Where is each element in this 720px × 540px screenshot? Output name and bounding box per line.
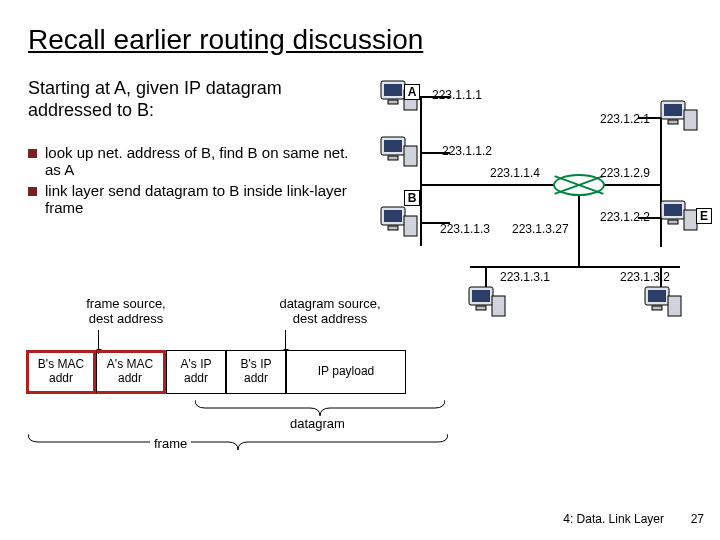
ip-label: 223.1.1.2 — [442, 144, 492, 158]
lead-text: Starting at A, given IP datagram address… — [28, 78, 338, 121]
router-icon — [553, 174, 605, 196]
svg-rect-14 — [668, 120, 678, 124]
pc-icon — [660, 200, 698, 232]
wire — [470, 266, 680, 268]
pc-icon — [644, 286, 682, 318]
pc-icon — [380, 136, 418, 168]
svg-rect-1 — [384, 84, 402, 96]
ip-label: 223.1.2.9 — [600, 166, 650, 180]
label-frame: frame — [150, 436, 191, 451]
footer-page-number: 27 — [691, 512, 704, 526]
svg-rect-11 — [404, 216, 417, 236]
footer-chapter: 4: Data. Link Layer — [563, 512, 664, 526]
ip-label: 223.1.2.1 — [600, 112, 650, 126]
svg-rect-18 — [668, 220, 678, 224]
pc-icon — [468, 286, 506, 318]
svg-rect-13 — [664, 104, 682, 116]
bullet-text: link layer send datagram to B inside lin… — [45, 182, 358, 216]
ip-label: 223.1.3.27 — [512, 222, 569, 236]
svg-rect-9 — [384, 210, 402, 222]
bullet-list: look up net. address of B, find B on sam… — [28, 140, 358, 220]
ip-label: 223.1.1.1 — [432, 88, 482, 102]
ip-label: 223.1.1.3 — [440, 222, 490, 236]
ip-label: 223.1.2.2 — [600, 210, 650, 224]
pc-icon — [660, 100, 698, 132]
ip-label: 223.1.3.1 — [500, 270, 550, 284]
svg-rect-5 — [384, 140, 402, 152]
ip-label: 223.1.3.2 — [620, 270, 670, 284]
network-diagram: A B E 223.1.1.1 223.1.1.2 223.1.1.3 223.… — [360, 72, 720, 342]
wire — [485, 266, 487, 288]
wire — [420, 184, 555, 186]
encap-frame: B's MAC addr A's MAC addr A's IP addr B'… — [26, 350, 466, 394]
brace-frame — [28, 434, 448, 450]
svg-rect-25 — [648, 290, 666, 302]
cell-payload: IP payload — [286, 350, 406, 394]
wire — [603, 184, 661, 186]
svg-rect-10 — [388, 226, 398, 230]
bullet-icon — [28, 149, 37, 158]
svg-rect-27 — [668, 296, 681, 316]
host-label-e: E — [696, 208, 712, 224]
svg-rect-7 — [404, 146, 417, 166]
cell-mac-dst: B's MAC addr — [26, 350, 96, 394]
svg-rect-17 — [664, 204, 682, 216]
svg-rect-26 — [652, 306, 662, 310]
host-label-a: A — [404, 84, 420, 100]
pc-icon — [380, 206, 418, 238]
svg-rect-22 — [476, 306, 486, 310]
cell-mac-src: A's MAC addr — [96, 350, 166, 394]
bullet-icon — [28, 187, 37, 196]
slide-title: Recall earlier routing discussion — [28, 24, 423, 56]
svg-rect-6 — [388, 156, 398, 160]
svg-rect-23 — [492, 296, 505, 316]
bullet-text: look up net. address of B, find B on sam… — [45, 144, 358, 178]
wire — [578, 196, 580, 266]
bullet-item: link layer send datagram to B inside lin… — [28, 182, 358, 216]
svg-rect-2 — [388, 100, 398, 104]
cell-ip-src: A's IP addr — [166, 350, 226, 394]
ip-label: 223.1.1.4 — [490, 166, 540, 180]
caption-frame-addr: frame source, dest address — [66, 296, 186, 326]
label-datagram: datagram — [290, 416, 345, 431]
host-label-b: B — [404, 190, 420, 206]
bullet-item: look up net. address of B, find B on sam… — [28, 144, 358, 178]
svg-rect-15 — [684, 110, 697, 130]
cell-ip-dst: B's IP addr — [226, 350, 286, 394]
svg-rect-21 — [472, 290, 490, 302]
brace-datagram — [195, 400, 445, 416]
